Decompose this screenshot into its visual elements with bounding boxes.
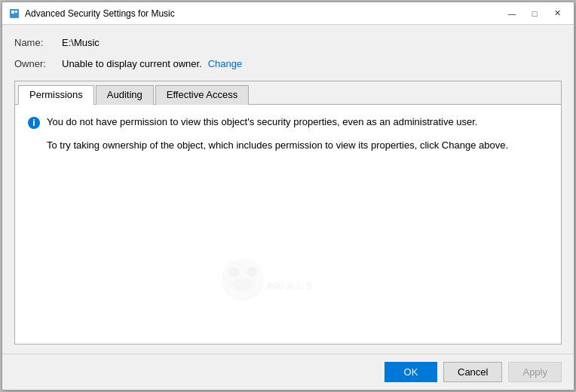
tabs-container: Permissions Auditing Effective Access i	[14, 81, 562, 345]
title-bar: Advanced Security Settings for Music — □…	[2, 2, 574, 25]
svg-rect-2	[15, 11, 17, 13]
cancel-button[interactable]: Cancel	[443, 362, 502, 382]
owner-label: Owner:	[14, 58, 56, 69]
svg-point-7	[247, 267, 257, 277]
svg-point-8	[232, 279, 253, 291]
svg-text:PUALS: PUALS	[267, 280, 315, 292]
tab-auditing[interactable]: Auditing	[96, 85, 154, 105]
main-window: Advanced Security Settings for Music — □…	[2, 2, 574, 390]
svg-point-6	[228, 267, 239, 277]
tab-permissions[interactable]: Permissions	[18, 85, 94, 105]
apply-button[interactable]: Apply	[508, 362, 562, 382]
svg-text:AP: AP	[267, 280, 280, 292]
svg-point-5	[222, 259, 264, 301]
window-controls: — □ ✕	[501, 5, 568, 22]
permission-message: You do not have permission to view this …	[47, 115, 477, 129]
window-title: Advanced Security Settings for Music	[25, 8, 501, 19]
tab-effective-access[interactable]: Effective Access	[155, 85, 249, 105]
info-circle-icon: i	[27, 116, 41, 130]
name-row: Name: E:\Music	[14, 34, 562, 51]
tab-content-permissions: i You do not have permission to view thi…	[15, 105, 561, 344]
content-area: Name: E:\Music Owner: Unable to display …	[2, 25, 574, 354]
window-icon	[8, 8, 20, 20]
ok-button[interactable]: OK	[385, 362, 437, 382]
name-value: E:\Music	[62, 37, 100, 48]
owner-value: Unable to display current owner.	[62, 58, 202, 69]
svg-rect-1	[11, 11, 14, 14]
watermark: PUALS AP	[175, 238, 401, 329]
name-label: Name:	[14, 37, 56, 48]
tabs-header: Permissions Auditing Effective Access	[15, 81, 561, 105]
message-row-1: i You do not have permission to view thi…	[27, 115, 549, 130]
close-button[interactable]: ✕	[547, 5, 568, 22]
restore-button[interactable]: □	[524, 5, 545, 22]
svg-text:i: i	[32, 117, 35, 128]
footer: OK Cancel Apply	[2, 354, 574, 390]
minimize-button[interactable]: —	[501, 5, 522, 22]
change-link[interactable]: Change	[208, 58, 243, 69]
secondary-message: To try taking ownership of the object, w…	[27, 139, 549, 152]
owner-row: Owner: Unable to display current owner. …	[14, 55, 562, 72]
